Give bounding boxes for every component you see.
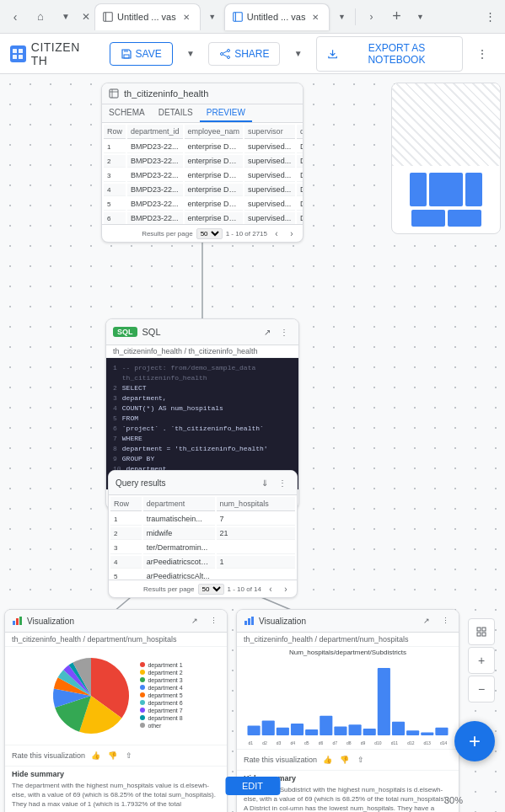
tab-1-dropdown[interactable]: ▼ [202,7,223,27]
viz-right-expand[interactable]: ↗ [420,614,433,628]
table-cell: Department 6 [297,212,303,224]
qr-prev-button[interactable]: ‹ [265,583,277,595]
zoom-out-button[interactable]: − [468,676,495,702]
tab-label-1: Untitled ... vas [117,12,176,22]
qr-pagination-range: 1 - 10 of 14 [228,585,261,593]
bar-x-label: d4 [290,740,295,745]
rows-per-page-select[interactable]: 50 [196,228,223,239]
bar-x-label: d1 [249,740,254,745]
viz-left-share-footer[interactable]: ⇧ [122,749,136,762]
zoom-controls: + − [468,618,495,702]
viz-left-summary-title[interactable]: Hide summary [12,770,220,778]
col-supervisor: supervisor [244,125,295,139]
tab-back-button[interactable]: ‹ [3,5,27,29]
new-tab-button[interactable]: + [384,5,408,29]
next-page-button[interactable]: › [286,227,298,239]
svg-rect-19 [13,621,15,625]
tab-item-1[interactable]: Untitled ... vas ✕ [94,3,201,30]
reset-zoom-button[interactable] [468,618,495,645]
sql-more-button[interactable]: ⋮ [277,324,292,339]
sql-line-code: WHERE [122,434,142,444]
results-more-button[interactable]: ⋮ [275,475,290,490]
table-pagination: Results per page 50 1 - 10 of 2715 ‹ › [102,224,303,242]
viz-right-thumbdown[interactable]: 👎 [337,753,351,767]
sql-line-code: GROUP BY [122,454,154,464]
save-menu-button[interactable]: ▼ [180,42,201,66]
schema-tab[interactable]: SCHEMA [102,104,152,122]
query-result-row: 2midwife21 [110,527,295,540]
preview-tab[interactable]: PREVIEW [200,104,252,122]
tab-close-1[interactable]: ✕ [180,10,193,24]
add-cell-fab[interactable]: + [454,721,495,761]
bar-column [363,729,376,735]
viz-left-subtitle: th_citizeninfo_health / department/num_h… [5,633,227,647]
viz-left-icon [12,616,22,626]
table-cell: BMPD23-22... [127,212,183,224]
bar-column [435,728,448,735]
logo-svg [12,48,24,60]
viz-right-share[interactable]: ⇧ [354,753,368,767]
svg-rect-9 [124,50,128,52]
home-tab-button[interactable]: ⌂ [29,5,52,29]
bar-x-label: d13 [424,740,431,745]
share-label: SHARE [234,48,269,60]
share-menu-button[interactable]: ▼ [287,42,309,66]
svg-rect-28 [482,633,486,636]
table-row: 3BMPD23-22...enterprise Dep...supervised… [104,169,303,182]
sql-expand-button[interactable]: ↗ [260,324,275,339]
tab-2-dropdown[interactable]: ▼ [331,7,352,27]
pie-legend: department 1department 2department 3depa… [140,662,182,730]
share-button[interactable]: SHARE [208,42,280,66]
pie-chart [49,654,133,738]
viz-left-more[interactable]: ⋮ [207,614,220,628]
table-cell: enterprise Dep... [185,184,244,196]
bar-column [320,716,332,735]
bar-column [378,668,390,735]
viz-left-thumbup[interactable]: 👍 [89,749,102,762]
legend-dot [140,723,145,728]
download-results-button[interactable]: ⇓ [257,475,272,490]
sql-line: 5FROM [113,414,292,424]
close-home-button[interactable]: ✕ [79,10,93,24]
export-button[interactable]: EXPORT AS NOTEBOOK [316,36,463,72]
edit-button[interactable]: EDIT [225,777,280,795]
viz-right-thumbup[interactable]: 👍 [320,753,334,767]
preview-block-row-2 [411,210,481,227]
viz-right-more[interactable]: ⋮ [438,614,452,628]
save-button[interactable]: SAVE [110,42,173,66]
prev-page-button[interactable]: ‹ [271,227,282,239]
legend-item: department 2 [140,670,182,676]
tab-close-2[interactable]: ✕ [309,10,322,24]
table-cell: supervised... [244,155,295,168]
table-data-area[interactable]: Row department_id employee_nam superviso… [102,123,303,224]
tab-dropdown-button[interactable]: ▼ [54,5,78,29]
tab-more-button[interactable]: › [359,5,383,29]
qr-cell: arPeediatricscAlt... [143,570,215,580]
details-tab[interactable]: DETAILS [152,104,200,122]
reset-zoom-icon [475,626,487,638]
viz-left-thumbdown[interactable]: 👎 [105,749,119,762]
svg-point-12 [221,52,223,55]
bar-x-label: d12 [407,740,414,745]
viz-left-expand[interactable]: ↗ [188,614,201,628]
qr-cell [217,570,295,580]
svg-rect-24 [251,617,254,625]
more-options-button[interactable]: ⋮ [470,42,495,66]
table-cell: BMPD23-22... [127,155,183,168]
sql-line-number: 4 [113,403,117,414]
preview-block-2 [429,173,463,206]
sql-line-code: department, [122,393,167,403]
zoom-level: 30% [444,795,463,805]
sql-line-number: 5 [113,414,117,424]
tab-item-2[interactable]: Untitled ... vas ✕ [224,3,330,30]
sql-line-code: FROM [122,414,138,424]
qr-next-button[interactable]: › [280,583,292,595]
tab-menu-button[interactable]: ⋮ [478,5,502,29]
query-results-table-area[interactable]: Row department num_hospitals 1traumatisc… [109,495,297,580]
zoom-in-button[interactable]: + [468,647,495,674]
share-icon [219,48,231,60]
legend-dot [140,708,145,713]
tabs-dropdown-button[interactable]: ▼ [410,7,430,27]
qr-rows-per-page-select[interactable]: 50 [198,584,224,595]
sql-line: 8 department = 'th_citizeninfo_health' [113,444,292,454]
